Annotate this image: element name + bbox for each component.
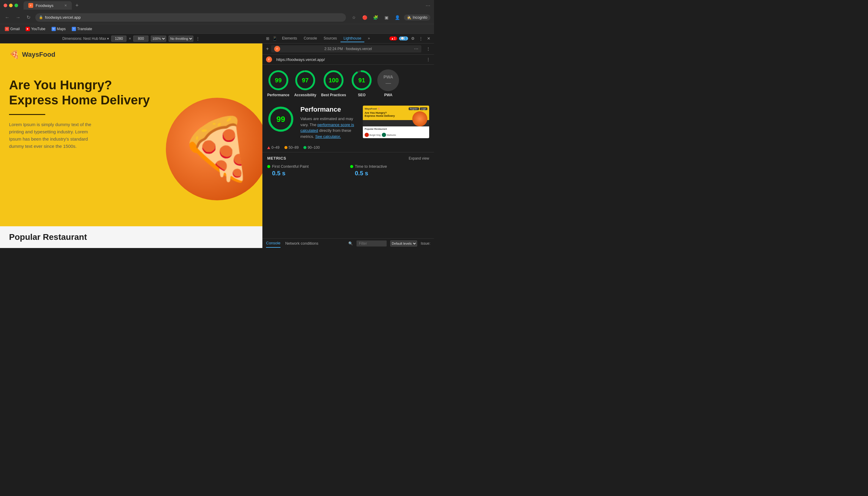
translate-label: Translate [77, 27, 92, 31]
calc-link[interactable]: See calculator. [315, 134, 341, 139]
new-tab-button[interactable]: + [73, 2, 81, 9]
score-performance[interactable]: 99 Performance [267, 69, 289, 97]
extension-icon1[interactable]: 🔴 [360, 13, 369, 22]
site-logo: 🍕 WaysFood [9, 49, 55, 59]
score-seo[interactable]: 91 SEO [351, 69, 373, 97]
metrics-title: METRICS [267, 156, 286, 160]
orange-dot-icon [284, 146, 287, 149]
add-report-button[interactable]: + [266, 46, 269, 51]
score-num-performance: 99 [275, 77, 282, 84]
dt-actions: ▲1 💬 1 ⚙ ⋮ ✕ [389, 36, 431, 41]
score-best-practices[interactable]: 100 Best Practices [321, 69, 346, 97]
default-levels-select[interactable]: Default levels [390, 241, 417, 247]
incognito-label: Incognito [413, 15, 427, 20]
more-dt-icon[interactable]: ⋮ [418, 36, 424, 41]
bookmark-youtube[interactable]: ▶ YouTube [26, 27, 45, 31]
lock-icon: 🔒 [39, 15, 43, 19]
tti-dot [350, 165, 353, 168]
tab-favicon: F [28, 3, 33, 8]
incognito-icon: 🕵 [407, 15, 411, 20]
close-devtools-icon[interactable]: ✕ [426, 36, 431, 41]
settings-icon[interactable]: ⚙ [410, 36, 416, 41]
score-num-seo: 91 [358, 77, 365, 84]
extension-icon2[interactable]: 🧩 [371, 13, 380, 22]
score-num-accessibility: 97 [302, 77, 309, 84]
back-button[interactable]: ← [4, 14, 11, 21]
score-accessibility[interactable]: 97 Accessibility [294, 69, 316, 97]
close-button[interactable] [4, 4, 7, 7]
more-options-icon[interactable]: ⋮ [196, 36, 200, 41]
metrics-header: METRICS Expand view [267, 156, 429, 160]
logo-text: WaysFood [22, 51, 55, 59]
maps-label: Maps [57, 27, 66, 31]
tab-sources[interactable]: Sources [320, 35, 340, 42]
message-badge: 💬 1 [399, 36, 408, 41]
forward-button[interactable]: → [15, 14, 22, 21]
devtools-toggle-icon[interactable]: ▣ [382, 13, 391, 22]
viewport-height-input[interactable] [133, 36, 148, 42]
device-label: Nest Hub Max [83, 36, 106, 41]
console-tab-active[interactable]: Console [266, 239, 281, 248]
legend-orange: 50–89 [284, 145, 299, 150]
mini-rest-burgerking: Burger King [365, 133, 381, 137]
mobile-icon[interactable]: 📱 [271, 36, 278, 41]
lh-url-more-icon[interactable]: ⋮ [426, 57, 430, 62]
website-header: 🍕 WaysFood [0, 44, 263, 65]
address-bar[interactable]: 🔒 foodways.vercel.app [35, 13, 346, 22]
viewport-width-input[interactable] [111, 36, 126, 42]
title-bar: F Foodways ✕ + ⋯ [0, 0, 434, 11]
viewport-separator: × [129, 36, 131, 41]
dock-icon[interactable]: ⊞ [265, 36, 270, 41]
lh-url-text: https://foodways.vercel.app/ [276, 57, 325, 62]
pwa-dash: — [385, 80, 391, 86]
tab-lighthouse[interactable]: Lighthouse [341, 35, 364, 42]
minimize-button[interactable] [9, 4, 13, 7]
metric-fcp: First Contentful Paint 0.5 s [267, 164, 347, 177]
popular-section: Popular Restaurant [0, 226, 263, 248]
score-label-performance: Performance [267, 93, 289, 97]
score-legend: 0–49 50–89 90–100 [263, 143, 434, 152]
youtube-favicon: ▶ [26, 27, 30, 31]
dt-panel-more-icon[interactable]: ⋮ [426, 46, 430, 51]
active-tab[interactable]: F Foodways ✕ [23, 1, 72, 10]
bk-label: Burger King [369, 134, 381, 136]
zoom-select[interactable]: 100% [151, 36, 166, 42]
console-filter-input[interactable] [357, 241, 386, 247]
maximize-button[interactable] [15, 4, 18, 7]
bookmark-gmail[interactable]: G Gmail [5, 27, 20, 31]
reload-button[interactable]: ↻ [25, 13, 32, 21]
logo-icon: 🍕 [9, 49, 20, 59]
mini-header: WaysFood 🍕 Register Login [365, 107, 427, 110]
tab-close-button[interactable]: ✕ [64, 4, 67, 7]
pizza-image: 🍕 [166, 98, 263, 206]
score-pwa[interactable]: PWA — PWA [377, 69, 399, 97]
screenshot-mini: WaysFood 🍕 Register Login Are You Hungry… [363, 106, 429, 120]
viewport-controls: Dimensions: Nest Hub Max ▾ × 100% No thr… [0, 36, 263, 42]
profile-icon[interactable]: 👤 [393, 13, 401, 22]
bookmark-maps[interactable]: M Maps [51, 27, 66, 31]
mini-popular-label: Popular Restaurant [363, 126, 429, 131]
report-more-icon[interactable]: ⋯ [414, 46, 418, 51]
viewport-device-select[interactable]: Dimensions: Nest Hub Max ▾ [62, 36, 109, 41]
screenshot-thumbnail: WaysFood 🍕 Register Login Are You Hungry… [363, 106, 429, 138]
starbucks-logo [382, 133, 386, 137]
expand-view-button[interactable]: Expand view [409, 156, 429, 160]
tab-bar: F Foodways ✕ + [23, 1, 423, 10]
legend-range-green: 90–100 [307, 145, 320, 150]
hero-line1: Are You Hungry? [9, 78, 253, 93]
network-conditions-tab[interactable]: Network conditions [285, 239, 318, 247]
bookmark-translate[interactable]: T Translate [72, 27, 92, 31]
website-preview: 🍕 WaysFood Are You Hungry? Express Home … [0, 44, 263, 248]
bookmark-icon[interactable]: ☆ [350, 13, 358, 22]
tab-console[interactable]: Console [301, 35, 320, 42]
big-score-num: 99 [277, 115, 285, 124]
pizza-circle: 🍕 [166, 98, 263, 200]
big-score-circle: 99 [267, 106, 294, 133]
tab-elements[interactable]: Elements [279, 35, 300, 42]
address-text: foodways.vercel.app [45, 15, 81, 20]
score-num-best-practices: 100 [329, 77, 338, 84]
pwa-circle: PWA — [377, 69, 399, 91]
metric-tti: Time to Interactive 0.5 s [350, 164, 429, 177]
throttle-select[interactable]: No throttling [169, 36, 193, 42]
tab-more[interactable]: » [365, 35, 373, 42]
